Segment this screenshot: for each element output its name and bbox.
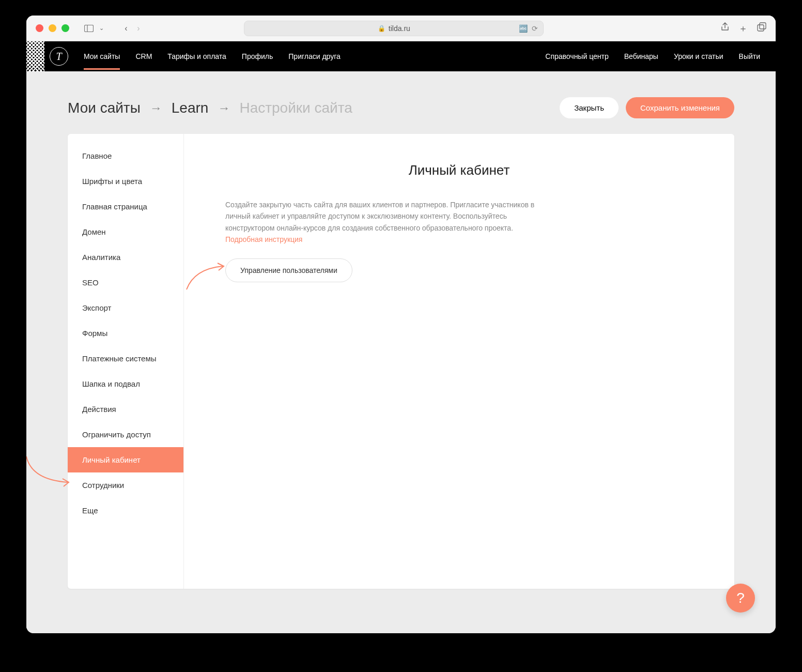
detailed-instruction-link[interactable]: Подробная инструкция	[225, 235, 302, 243]
sidebar-item-seo[interactable]: SEO	[68, 270, 183, 295]
sidebar-item-действия[interactable]: Действия	[68, 396, 183, 422]
help-fab-button[interactable]: ?	[726, 584, 755, 613]
nav-item-0[interactable]: Мои сайты	[84, 43, 120, 70]
url-bar[interactable]: 🔒 tilda.ru 🔤 ⟳	[244, 21, 544, 36]
translate-icon[interactable]: 🔤	[519, 24, 528, 33]
settings-sidebar: ГлавноеШрифты и цветаГлавная страницаДом…	[68, 134, 184, 589]
sidebar-item-домен[interactable]: Домен	[68, 219, 183, 245]
breadcrumb-row: Мои сайты → Learn → Настройки сайта Закр…	[68, 97, 734, 118]
save-button[interactable]: Сохранить изменения	[626, 97, 734, 118]
sidebar-item-сотрудники[interactable]: Сотрудники	[68, 472, 183, 498]
decorative-pattern	[26, 41, 44, 71]
nav-item-2[interactable]: Тарифы и оплата	[167, 43, 226, 70]
nav-buttons: ‹ ›	[121, 23, 144, 34]
forward-button[interactable]: ›	[133, 23, 144, 34]
sidebar-item-шапка-и-подвал[interactable]: Шапка и подвал	[68, 371, 183, 396]
breadcrumb-arrow-icon: →	[150, 101, 162, 115]
traffic-lights	[36, 24, 69, 32]
nav-right-item-2[interactable]: Уроки и статьи	[674, 43, 723, 70]
main-description: Создайте закрытую часть сайта для ваших …	[225, 199, 546, 246]
sidebar-icon[interactable]	[84, 23, 94, 34]
sidebar-item-главное[interactable]: Главное	[68, 143, 183, 169]
tilda-logo[interactable]: T	[50, 47, 68, 66]
nav-item-3[interactable]: Профиль	[242, 43, 273, 70]
nav-item-1[interactable]: CRM	[135, 43, 152, 70]
sidebar-item-личный-кабинет[interactable]: Личный кабинет	[68, 447, 183, 472]
breadcrumbs: Мои сайты → Learn → Настройки сайта	[68, 100, 352, 116]
sidebar-item-главная-страница[interactable]: Главная страница	[68, 194, 183, 219]
page-action-buttons: Закрыть Сохранить изменения	[560, 97, 734, 118]
nav-left: Мои сайтыCRMТарифы и оплатаПрофильПригла…	[84, 43, 341, 70]
lock-icon: 🔒	[378, 25, 385, 32]
logo-letter: T	[56, 51, 61, 63]
nav-right-item-3[interactable]: Выйти	[739, 43, 760, 70]
sidebar-item-ограничить-доступ[interactable]: Ограничить доступ	[68, 422, 183, 447]
breadcrumb-settings: Настройки сайта	[239, 100, 352, 116]
nav-right-item-0[interactable]: Справочный центр	[545, 43, 608, 70]
tabs-icon[interactable]	[757, 22, 766, 35]
manage-users-button[interactable]: Управление пользователями	[225, 258, 352, 282]
nav-item-4[interactable]: Пригласи друга	[288, 43, 341, 70]
sidebar-item-платежные-системы[interactable]: Платежные системы	[68, 346, 183, 371]
svg-rect-2	[758, 25, 764, 31]
browser-window: ⌄ ‹ › 🔒 tilda.ru 🔤 ⟳ ＋ T	[26, 16, 776, 633]
settings-panel: ГлавноеШрифты и цветаГлавная страницаДом…	[68, 134, 734, 589]
window-close-button[interactable]	[36, 24, 43, 32]
close-button[interactable]: Закрыть	[560, 97, 619, 118]
settings-main: Личный кабинет Создайте закрытую часть с…	[184, 134, 734, 589]
window-minimize-button[interactable]	[49, 24, 56, 32]
sidebar-item-формы[interactable]: Формы	[68, 320, 183, 346]
nav-right: Справочный центрВебинарыУроки и статьиВы…	[545, 43, 760, 70]
reload-icon[interactable]: ⟳	[532, 24, 538, 33]
breadcrumb-arrow-icon: →	[218, 101, 230, 115]
svg-rect-0	[85, 25, 94, 32]
nav-right-item-1[interactable]: Вебинары	[624, 43, 658, 70]
main-title: Личный кабинет	[225, 162, 693, 178]
breadcrumb-learn[interactable]: Learn	[172, 100, 209, 116]
help-question-mark: ?	[736, 590, 745, 606]
sidebar-toggle-group: ⌄	[84, 23, 106, 34]
sidebar-item-еще[interactable]: Еще	[68, 498, 183, 523]
annotation-arrow-icon	[184, 261, 230, 292]
browser-chrome: ⌄ ‹ › 🔒 tilda.ru 🔤 ⟳ ＋	[26, 16, 776, 41]
sidebar-item-шрифты-и-цвета[interactable]: Шрифты и цвета	[68, 169, 183, 194]
chevron-down-icon[interactable]: ⌄	[96, 23, 106, 34]
breadcrumb-my-sites[interactable]: Мои сайты	[68, 100, 141, 116]
svg-rect-3	[760, 23, 766, 29]
content-area: Мои сайты → Learn → Настройки сайта Закр…	[26, 71, 776, 633]
sidebar-item-экспорт[interactable]: Экспорт	[68, 295, 183, 320]
share-icon[interactable]	[721, 22, 729, 35]
new-tab-icon[interactable]: ＋	[738, 22, 748, 35]
top-navigation: T Мои сайтыCRMТарифы и оплатаПрофильПриг…	[26, 41, 776, 71]
url-text: tilda.ru	[389, 24, 410, 33]
sidebar-item-аналитика[interactable]: Аналитика	[68, 245, 183, 270]
chrome-right-buttons: ＋	[721, 22, 766, 35]
window-maximize-button[interactable]	[61, 24, 69, 32]
description-text: Создайте закрытую часть сайта для ваших …	[225, 201, 534, 232]
back-button[interactable]: ‹	[121, 23, 131, 34]
